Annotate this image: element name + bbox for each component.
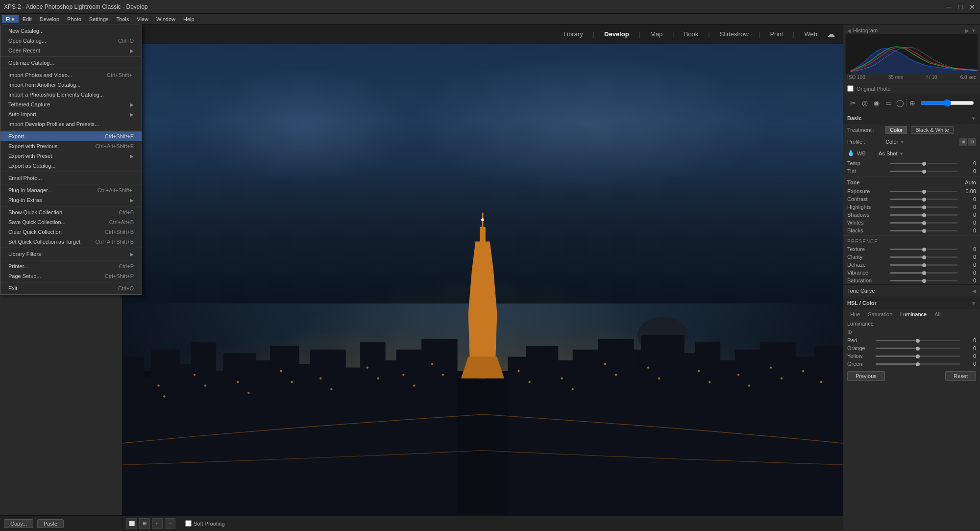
- luminance-green-slider[interactable]: [876, 363, 960, 365]
- profile-grid-icon[interactable]: ⊞: [959, 138, 967, 146]
- nav-library[interactable]: Library: [562, 29, 585, 39]
- original-photo-checkbox[interactable]: [847, 85, 854, 92]
- brush-size-slider[interactable]: [920, 99, 974, 107]
- nav-print[interactable]: Print: [768, 29, 785, 39]
- menu-settings[interactable]: Settings: [85, 15, 113, 23]
- menu-window[interactable]: Window: [152, 15, 179, 23]
- nav-slideshow[interactable]: Slideshow: [718, 29, 751, 39]
- highlights-slider[interactable]: [890, 206, 957, 208]
- menu-help[interactable]: Help: [179, 15, 198, 23]
- color-treatment-button[interactable]: Color: [885, 126, 907, 134]
- svg-rect-29: [634, 350, 648, 515]
- menu-export-catalog[interactable]: Export as Catalog...: [0, 161, 142, 171]
- saturation-slider[interactable]: [890, 280, 957, 281]
- contrast-slider[interactable]: [890, 199, 957, 200]
- auto-button[interactable]: Auto: [965, 179, 976, 185]
- tint-slider[interactable]: [890, 171, 957, 172]
- menu-plugin-extras[interactable]: Plug-in Extras ▶: [0, 195, 142, 205]
- profile-list-icon[interactable]: ⊟: [968, 138, 976, 146]
- menu-export-preset[interactable]: Export with Preset ▶: [0, 151, 142, 161]
- hsl-tab-hue[interactable]: Hue: [847, 311, 863, 318]
- grid-tool-button[interactable]: ⊞: [139, 518, 150, 529]
- menu-view[interactable]: View: [133, 15, 152, 23]
- temp-slider[interactable]: [890, 163, 957, 164]
- menu-printer[interactable]: Printer...Ctrl+P: [0, 261, 142, 271]
- minimize-button[interactable]: ─: [945, 3, 953, 11]
- shadows-slider[interactable]: [890, 214, 957, 216]
- svg-rect-17: [421, 339, 458, 515]
- bw-treatment-button[interactable]: Black & White: [911, 126, 953, 134]
- whites-slider[interactable]: [890, 222, 957, 224]
- menu-import-ps-elements[interactable]: Import a Photoshop Elements Catalog...: [0, 90, 142, 100]
- cloud-icon[interactable]: ☁: [827, 29, 835, 39]
- histogram-highlight-indicator[interactable]: ▶: [965, 28, 969, 33]
- menu-clear-quick-collection[interactable]: Clear Quick CollectionCtrl+Shift+B: [0, 227, 142, 237]
- redeye-icon[interactable]: ◉: [871, 97, 882, 109]
- nav-map[interactable]: Map: [648, 29, 664, 39]
- reset-button[interactable]: Reset: [945, 371, 976, 381]
- dehaze-slider[interactable]: [890, 264, 957, 266]
- menu-develop[interactable]: Develop: [36, 15, 63, 23]
- menu-export-previous[interactable]: Export with PreviousCtrl+Alt+Shift+E: [0, 141, 142, 151]
- menu-import-develop-profiles[interactable]: Import Develop Profiles and Presets...: [0, 119, 142, 129]
- menu-plugin-manager[interactable]: Plug-in Manager...Ctrl+Alt+Shift+,: [0, 185, 142, 195]
- menu-exit[interactable]: ExitCtrl+Q: [0, 283, 142, 293]
- wb-dropdown[interactable]: As Shot ▼: [879, 151, 976, 156]
- svg-point-42: [247, 392, 249, 394]
- target-icon[interactable]: ⊕: [906, 97, 918, 109]
- copy-button[interactable]: Copy...: [4, 519, 33, 528]
- menu-set-quick-collection-target[interactable]: Set Quick Collection as TargetCtrl+Alt+S…: [0, 237, 142, 247]
- tone-curve-section[interactable]: Tone Curve ◀: [843, 285, 980, 297]
- nav-web[interactable]: Web: [803, 29, 820, 39]
- wb-eyedropper-icon[interactable]: 💧: [847, 150, 855, 157]
- crop-icon[interactable]: ✂: [847, 97, 859, 109]
- texture-slider[interactable]: [890, 249, 957, 250]
- menu-file[interactable]: File: [2, 15, 19, 23]
- luminance-yellow-slider[interactable]: [876, 355, 960, 357]
- menu-import-photos[interactable]: Import Photos and Video...Ctrl+Shift+I: [0, 70, 142, 80]
- menu-library-filters[interactable]: Library Filters ▶: [0, 249, 142, 259]
- menu-auto-import[interactable]: Auto Import ▶: [0, 109, 142, 119]
- radial-filter-icon[interactable]: ◯: [894, 97, 906, 109]
- soft-proofing-checkbox[interactable]: [185, 520, 192, 527]
- hsl-tab-all[interactable]: All: [931, 311, 943, 318]
- menu-optimize-catalog[interactable]: Optimize Catalog...: [0, 58, 142, 68]
- menu-save-quick-collection[interactable]: Save Quick Collection...Ctrl+Alt+B: [0, 217, 142, 227]
- menu-open-catalog[interactable]: Open Catalog...Ctrl+O: [0, 36, 142, 46]
- paste-button[interactable]: Paste: [37, 519, 64, 528]
- crop-tool-button[interactable]: ⬜: [126, 518, 137, 529]
- nav-develop[interactable]: Develop: [602, 29, 631, 39]
- menu-tools[interactable]: Tools: [113, 15, 133, 23]
- nav-book[interactable]: Book: [682, 29, 701, 39]
- menu-show-quick-collection[interactable]: Show Quick CollectionCtrl+B: [0, 207, 142, 217]
- hsl-tab-saturation[interactable]: Saturation: [865, 311, 895, 318]
- luminance-red-slider[interactable]: [876, 340, 960, 341]
- close-button[interactable]: ✕: [968, 3, 976, 11]
- menu-export[interactable]: Export...Ctrl+Shift+E: [0, 131, 142, 141]
- hsl-target-icon[interactable]: ⊕: [847, 329, 852, 335]
- graduated-filter-icon[interactable]: ▭: [882, 97, 894, 109]
- histogram-shadow-indicator[interactable]: ◀: [847, 28, 851, 33]
- menu-tethered-capture[interactable]: Tethered Capture ▶: [0, 100, 142, 109]
- luminance-orange-slider[interactable]: [876, 348, 960, 349]
- clarity-slider[interactable]: [890, 256, 957, 258]
- arrow-right-button[interactable]: →: [165, 518, 175, 529]
- menu-page-setup[interactable]: Page Setup...Ctrl+Shift+P: [0, 271, 142, 281]
- menu-import-another-catalog[interactable]: Import from Another Catalog...: [0, 80, 142, 90]
- previous-button[interactable]: Previous: [847, 371, 885, 381]
- menu-open-recent[interactable]: Open Recent ▶: [0, 46, 142, 55]
- menu-new-catalog[interactable]: New Catalog...: [0, 26, 142, 36]
- hsl-section: HSL / Color ▼ Hue Saturation Luminance A…: [843, 297, 980, 368]
- blacks-slider[interactable]: [890, 230, 957, 231]
- menu-email-photo[interactable]: Email Photo...: [0, 173, 142, 183]
- menu-photo[interactable]: Photo: [63, 15, 85, 23]
- hsl-tab-luminance[interactable]: Luminance: [897, 311, 930, 318]
- hsl-header[interactable]: HSL / Color ▼: [843, 297, 980, 309]
- spot-heal-icon[interactable]: ◎: [859, 97, 871, 109]
- maximize-button[interactable]: □: [956, 3, 964, 11]
- vibrance-slider[interactable]: [890, 272, 957, 274]
- menu-edit[interactable]: Edit: [19, 15, 36, 23]
- exposure-slider[interactable]: [890, 191, 957, 192]
- basic-header[interactable]: Basic ▼: [843, 112, 980, 124]
- arrow-left-button[interactable]: ←: [152, 518, 163, 529]
